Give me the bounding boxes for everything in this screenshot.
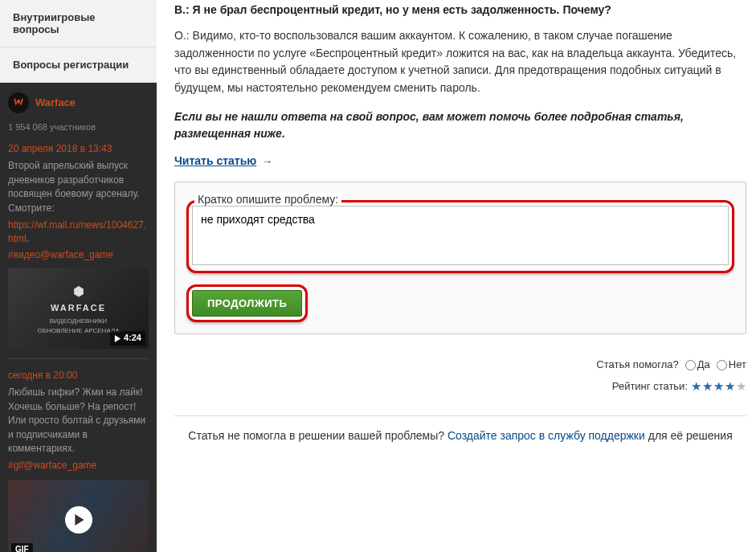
faq-question: В.: Я не брал беспроцентный кредит, но у…	[174, 3, 746, 16]
problem-form: Кратко опишите проблему: ПРОДОЛЖИТЬ	[174, 182, 746, 334]
sidebar-item-registration-questions[interactable]: Вопросы регистрации	[0, 47, 157, 83]
continue-button[interactable]: ПРОДОЛЖИТЬ	[192, 290, 302, 317]
arrow-right-icon: →	[262, 155, 272, 167]
faq-answer: О.: Видимо, кто-то воспользовался вашим …	[174, 27, 746, 97]
play-icon	[114, 335, 121, 342]
star-icon[interactable]: ★	[725, 375, 735, 399]
radio-yes[interactable]	[685, 360, 696, 370]
post-hashtag[interactable]: #видео@warface_game	[8, 248, 149, 262]
gif-badge: GIF	[11, 543, 33, 552]
divider	[174, 415, 746, 416]
article-feedback: Статья помогла? Да Нет Рейтинг статьи: ★…	[174, 355, 746, 398]
rating-stars[interactable]: ★ ★ ★ ★ ★	[691, 375, 746, 399]
widget-post: 20 апреля 2018 в 13:43 Второй апрельский…	[8, 142, 149, 349]
widget-post: сегодня в 20:00 Любишь гифки? Жми на лай…	[8, 369, 149, 552]
post-text: Любишь гифки? Жми на лайк! Хочешь больше…	[8, 386, 149, 456]
star-icon[interactable]: ★	[713, 375, 724, 399]
post-date: сегодня в 20:00	[8, 369, 149, 382]
post-date: 20 апреля 2018 в 13:43	[8, 142, 149, 156]
post-hashtag[interactable]: #gif@warface_game	[8, 459, 149, 472]
problem-input[interactable]	[192, 206, 729, 265]
widget-title[interactable]: Warface	[35, 96, 76, 111]
helpful-yes[interactable]: Да	[685, 355, 710, 375]
widget-subscribers: 1 954 068 участников	[8, 121, 149, 134]
rating-label: Рейтинг статьи:	[612, 377, 688, 397]
footer-help-text: Статья не помогла в решении вашей пробле…	[174, 427, 746, 444]
video-thumbnail[interactable]: ⬢ WARFACE ВИДЕОДНЕВНИКИ ОБНОВЛЕНИЕ АРСЕН…	[8, 268, 149, 349]
star-icon[interactable]: ★	[736, 375, 746, 399]
form-legend: Кратко опишите проблему:	[194, 193, 341, 206]
community-widget: Warface 1 954 068 участников 20 апреля 2…	[0, 83, 157, 552]
star-icon[interactable]: ★	[702, 375, 713, 399]
read-article-link[interactable]: Читать статью	[174, 154, 256, 167]
create-support-request-link[interactable]: Создайте запрос в службу поддержки	[447, 429, 645, 442]
play-button-icon	[65, 506, 92, 534]
video-brand: WARFACE	[51, 302, 106, 315]
continue-button-highlight: ПРОДОЛЖИТЬ	[186, 284, 308, 322]
faq-hint: Если вы не нашли ответа на свой вопрос, …	[174, 108, 746, 143]
helpful-label: Статья помогла?	[596, 355, 678, 375]
sidebar-item-ingame-questions[interactable]: Внутриигровые вопросы	[0, 0, 157, 47]
video-subtitle2: ОБНОВЛЕНИЕ АРСЕНАЛА	[38, 326, 120, 336]
video-subtitle: ВИДЕОДНЕВНИКИ	[50, 317, 108, 326]
post-text: Второй апрельский выпуск дневников разра…	[8, 159, 149, 215]
gif-thumbnail[interactable]: GIF	[8, 480, 149, 552]
star-icon[interactable]: ★	[691, 375, 701, 399]
video-duration-badge: 4:24	[110, 331, 145, 346]
problem-input-highlight	[186, 200, 734, 273]
radio-no[interactable]	[717, 360, 727, 370]
helpful-no[interactable]: Нет	[717, 355, 746, 375]
warface-logo-icon	[8, 92, 29, 113]
